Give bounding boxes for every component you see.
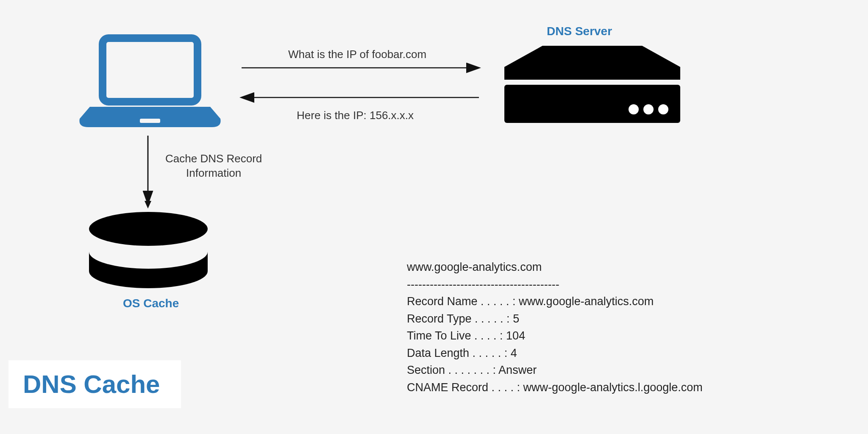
record-ttl-value: 104	[506, 329, 525, 342]
record-datalen-label: Data Length . . . . . :	[407, 347, 507, 359]
record-ttl-label: Time To Live . . . . :	[407, 329, 503, 342]
record-datalen-row: Data Length . . . . . : 4	[407, 345, 703, 362]
record-type-label: Record Type . . . . . :	[407, 312, 510, 325]
diagram-canvas: DNS Server What is the IP of foobar.com …	[0, 0, 868, 434]
record-name-value: www.google-analytics.com	[519, 295, 654, 308]
record-cname-row: CNAME Record . . . . : www-google-analyt…	[407, 379, 703, 396]
cache-label: Cache DNS Record Information	[165, 152, 262, 181]
svg-rect-2	[504, 85, 680, 123]
disk-icon	[89, 212, 208, 288]
record-datalen-value: 4	[511, 347, 517, 359]
record-type-value: 5	[513, 312, 519, 325]
svg-point-4	[643, 104, 654, 114]
cache-label-line1: Cache DNS Record	[165, 152, 262, 165]
server-icon	[504, 46, 680, 123]
svg-rect-0	[103, 38, 198, 102]
dns-record-sample: www.google-analytics.com ---------------…	[407, 259, 703, 396]
record-cname-label: CNAME Record . . . . :	[407, 381, 520, 394]
record-section-row: Section . . . . . . . : Answer	[407, 362, 703, 379]
laptop-icon	[79, 38, 220, 127]
svg-point-6	[89, 212, 208, 246]
response-label: Here is the IP: 156.x.x.x	[297, 108, 414, 123]
svg-point-3	[629, 104, 639, 114]
record-name-row: Record Name . . . . . : www.google-analy…	[407, 293, 703, 310]
record-host: www.google-analytics.com	[407, 259, 703, 276]
record-ttl-row: Time To Live . . . . : 104	[407, 327, 703, 345]
record-section-value: Answer	[498, 364, 537, 376]
record-divider: ----------------------------------------	[407, 276, 703, 293]
record-section-label: Section . . . . . . . :	[407, 364, 496, 376]
record-name-label: Record Name . . . . . :	[407, 295, 516, 308]
record-cname-value: www-google-analytics.l.google.com	[523, 381, 703, 394]
svg-point-5	[658, 104, 668, 114]
record-type-row: Record Type . . . . . : 5	[407, 310, 703, 328]
request-label: What is the IP of foobar.com	[288, 47, 426, 62]
dns-server-label: DNS Server	[547, 25, 612, 38]
svg-rect-1	[140, 119, 160, 123]
diagram-title: DNS Cache	[8, 360, 181, 408]
cache-label-line2: Information	[165, 166, 262, 181]
os-cache-label: OS Cache	[123, 297, 179, 310]
